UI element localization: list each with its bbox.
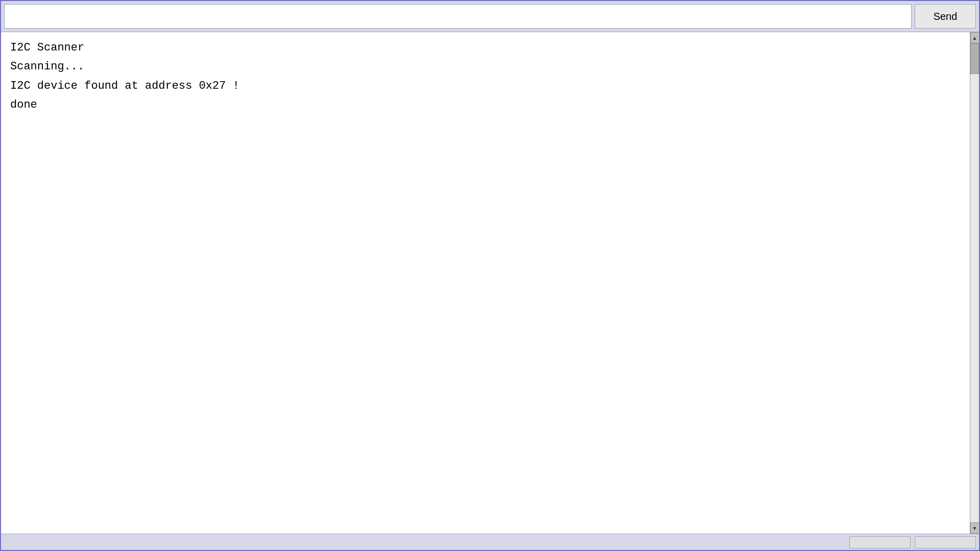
command-input[interactable] — [4, 4, 912, 29]
input-bar: Send — [1, 1, 979, 32]
send-button[interactable]: Send — [915, 4, 976, 29]
bottom-button-1[interactable] — [849, 536, 911, 548]
output-area: I2C ScannerScanning...I2C device found a… — [1, 32, 979, 534]
scroll-thumb[interactable] — [970, 43, 979, 74]
scroll-track[interactable] — [970, 43, 979, 522]
output-line: I2C Scanner — [10, 38, 961, 57]
main-window: Send I2C ScannerScanning...I2C device fo… — [0, 0, 980, 551]
scroll-up-button[interactable]: ▲ — [970, 32, 979, 43]
output-line: Scanning... — [10, 57, 961, 76]
output-line: done — [10, 95, 961, 114]
scrollbar: ▲ ▼ — [970, 32, 979, 534]
output-content: I2C ScannerScanning...I2C device found a… — [1, 32, 970, 534]
bottom-button-2[interactable] — [915, 536, 976, 548]
output-line: I2C device found at address 0x27 ! — [10, 77, 961, 95]
bottom-bar — [1, 534, 979, 550]
scroll-down-button[interactable]: ▼ — [970, 522, 979, 534]
